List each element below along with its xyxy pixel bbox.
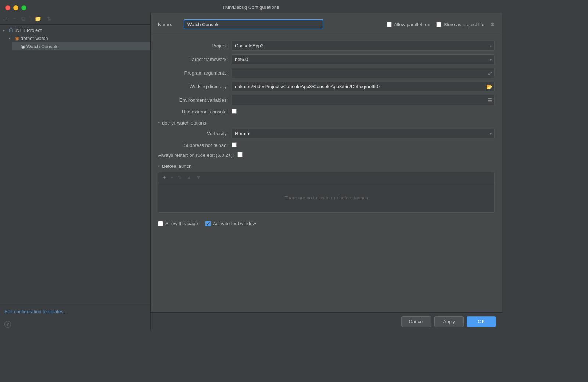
activate-tool-window-label[interactable]: Activate tool window bbox=[205, 221, 256, 226]
suppress-hot-reload-row: Suppress hot reload: bbox=[158, 142, 495, 148]
minimize-button[interactable] bbox=[13, 5, 18, 10]
working-directory-input[interactable] bbox=[232, 82, 495, 91]
net-project-icon: ⬡ bbox=[9, 27, 13, 33]
section-collapse-icon: ▾ bbox=[158, 121, 160, 125]
apply-button[interactable]: Apply bbox=[434, 316, 464, 327]
project-select-wrapper: ConsoleApp3 ▾ bbox=[232, 41, 495, 51]
show-this-page-label[interactable]: Show this page bbox=[158, 221, 198, 226]
store-as-project-file-label[interactable]: Store as project file bbox=[436, 22, 484, 27]
cancel-button[interactable]: Cancel bbox=[401, 316, 431, 327]
environment-variables-list-button[interactable]: ☰ bbox=[487, 97, 493, 104]
remove-config-button[interactable]: − bbox=[11, 15, 18, 22]
before-launch-area: + − ✎ ▲ ▼ There are no tasks to run befo… bbox=[158, 172, 495, 213]
program-arguments-expand-button[interactable]: ⤢ bbox=[487, 69, 493, 77]
program-arguments-label: Program arguments: bbox=[158, 70, 228, 76]
verbosity-control: Quiet Minimal Normal Detailed Diagnostic… bbox=[232, 129, 495, 138]
sidebar-item-net-project[interactable]: ▸ ⬡ .NET Project bbox=[0, 26, 150, 34]
before-launch-collapse-icon: ▾ bbox=[158, 164, 160, 168]
before-launch-add-button[interactable]: + bbox=[161, 174, 167, 181]
activate-tool-window-checkbox[interactable] bbox=[205, 221, 211, 226]
before-launch-up-button[interactable]: ▲ bbox=[185, 174, 193, 181]
store-as-project-file-text: Store as project file bbox=[444, 22, 484, 27]
before-launch-edit-button[interactable]: ✎ bbox=[176, 174, 183, 181]
before-launch-remove-button[interactable]: − bbox=[169, 174, 175, 181]
always-restart-label: Always restart on rude edit (6.0.2+): bbox=[158, 152, 234, 158]
environment-variables-control: ☰ bbox=[232, 95, 495, 105]
use-external-console-row: Use external console: bbox=[158, 109, 495, 115]
traffic-lights bbox=[5, 5, 26, 10]
before-launch-section-header: ▾ Before launch bbox=[158, 163, 495, 169]
name-options: Allow parallel run Store as project file… bbox=[387, 22, 495, 27]
project-label: Project: bbox=[158, 43, 228, 48]
name-input[interactable] bbox=[184, 19, 323, 29]
always-restart-control bbox=[237, 152, 495, 158]
verbosity-select-wrapper: Quiet Minimal Normal Detailed Diagnostic… bbox=[232, 129, 495, 138]
dialog-footer: Cancel Apply OK bbox=[151, 312, 502, 331]
show-this-page-text: Show this page bbox=[165, 221, 198, 226]
title-bar: Run/Debug Configurations bbox=[0, 0, 502, 13]
working-directory-label: Working directory: bbox=[158, 84, 228, 89]
environment-variables-input[interactable] bbox=[232, 95, 495, 105]
edit-templates-link[interactable]: Edit configuration templates... bbox=[4, 309, 67, 314]
dotnet-watch-label: dotnet-watch bbox=[21, 36, 48, 41]
watch-console-icon: ◉ bbox=[21, 43, 25, 49]
form-area: Project: ConsoleApp3 ▾ Target framework: bbox=[151, 35, 502, 312]
maximize-button[interactable] bbox=[21, 5, 26, 10]
verbosity-select[interactable]: Quiet Minimal Normal Detailed Diagnostic bbox=[232, 129, 495, 138]
sidebar-toolbar: + − ⧉ 📁 ⇅ bbox=[0, 13, 150, 25]
sidebar-item-watch-console[interactable]: ◉ Watch Console bbox=[12, 42, 150, 50]
project-control: ConsoleApp3 ▾ bbox=[232, 41, 495, 51]
target-framework-row: Target framework: net6.0 ▾ bbox=[158, 54, 495, 64]
name-label: Name: bbox=[158, 22, 180, 27]
add-config-button[interactable]: + bbox=[3, 15, 9, 22]
sidebar-bottom: ? bbox=[0, 318, 150, 331]
suppress-hot-reload-label: Suppress hot reload: bbox=[158, 143, 228, 148]
before-launch-empty-message: There are no tasks to run before launch bbox=[158, 183, 494, 212]
working-directory-folder-button[interactable]: 📂 bbox=[485, 83, 493, 90]
verbosity-row: Verbosity: Quiet Minimal Normal Detailed… bbox=[158, 129, 495, 138]
project-select[interactable]: ConsoleApp3 bbox=[232, 41, 495, 51]
target-framework-select[interactable]: net6.0 bbox=[232, 54, 495, 64]
use-external-console-label: Use external console: bbox=[158, 109, 228, 115]
store-as-project-file-checkbox[interactable] bbox=[436, 22, 441, 27]
use-external-console-checkbox[interactable] bbox=[232, 109, 237, 114]
suppress-hot-reload-checkbox[interactable] bbox=[232, 142, 237, 147]
before-launch-down-button[interactable]: ▼ bbox=[194, 174, 202, 181]
sort-button[interactable]: ⇅ bbox=[45, 15, 53, 22]
allow-parallel-run-label[interactable]: Allow parallel run bbox=[387, 22, 430, 27]
ok-button[interactable]: OK bbox=[467, 316, 496, 327]
dotnet-watch-icon: ◉ bbox=[15, 35, 19, 41]
sidebar-footer: Edit configuration templates... bbox=[0, 305, 150, 318]
sidebar-item-dotnet-watch[interactable]: ▾ ◉ dotnet-watch bbox=[6, 34, 150, 42]
project-row: Project: ConsoleApp3 ▾ bbox=[158, 41, 495, 51]
help-button[interactable]: ? bbox=[4, 321, 11, 328]
working-directory-control: 📂 bbox=[232, 82, 495, 91]
folder-button[interactable]: 📁 bbox=[33, 15, 43, 22]
expand-arrow-icon: ▸ bbox=[3, 28, 7, 32]
dialog-title: Run/Debug Configurations bbox=[223, 4, 279, 10]
use-external-console-control bbox=[232, 109, 495, 115]
sidebar: + − ⧉ 📁 ⇅ ▸ ⬡ .NET Project ▾ ◉ dotnet-wa… bbox=[0, 13, 151, 331]
allow-parallel-run-checkbox[interactable] bbox=[387, 22, 392, 27]
sidebar-tree: ▸ ⬡ .NET Project ▾ ◉ dotnet-watch ◉ Watc… bbox=[0, 25, 150, 305]
watch-console-label: Watch Console bbox=[26, 44, 59, 49]
name-row: Name: Allow parallel run Store as projec… bbox=[151, 13, 502, 35]
always-restart-checkbox[interactable] bbox=[237, 152, 243, 157]
toolbar-separator bbox=[30, 16, 30, 22]
environment-variables-label: Environment variables: bbox=[158, 97, 228, 103]
program-arguments-row: Program arguments: ⤢ bbox=[158, 68, 495, 78]
collapse-arrow-icon: ▾ bbox=[9, 36, 13, 40]
target-framework-control: net6.0 ▾ bbox=[232, 54, 495, 64]
bottom-checkboxes: Show this page Activate tool window bbox=[158, 217, 495, 228]
dotnet-watch-options-label: dotnet-watch options bbox=[162, 120, 206, 126]
program-arguments-input[interactable] bbox=[232, 68, 495, 78]
before-launch-label: Before launch bbox=[162, 163, 191, 169]
show-this-page-checkbox[interactable] bbox=[158, 221, 163, 226]
dotnet-watch-section-header: ▾ dotnet-watch options bbox=[158, 120, 495, 126]
activate-tool-window-text: Activate tool window bbox=[213, 221, 256, 226]
target-framework-select-wrapper: net6.0 ▾ bbox=[232, 54, 495, 64]
close-button[interactable] bbox=[5, 5, 10, 10]
right-panel: Name: Allow parallel run Store as projec… bbox=[151, 13, 502, 331]
copy-config-button[interactable]: ⧉ bbox=[20, 15, 27, 22]
program-arguments-control: ⤢ bbox=[232, 68, 495, 78]
